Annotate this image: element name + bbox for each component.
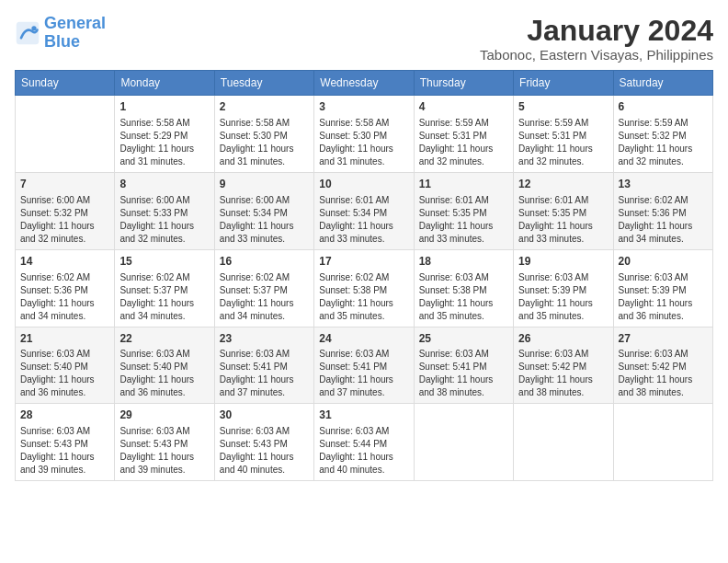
title-block: January 2024 Tabonoc, Eastern Visayas, P… (480, 15, 713, 63)
calendar-cell: 3Sunrise: 5:58 AM Sunset: 5:30 PM Daylig… (314, 96, 414, 173)
calendar-cell: 29Sunrise: 6:03 AM Sunset: 5:43 PM Dayli… (115, 404, 214, 481)
calendar-cell: 22Sunrise: 6:03 AM Sunset: 5:40 PM Dayli… (115, 327, 214, 404)
calendar-cell: 21Sunrise: 6:03 AM Sunset: 5:40 PM Dayli… (16, 327, 115, 404)
day-number: 26 (518, 331, 608, 347)
calendar-cell: 4Sunrise: 5:59 AM Sunset: 5:31 PM Daylig… (414, 96, 513, 173)
calendar-cell: 17Sunrise: 6:02 AM Sunset: 5:38 PM Dayli… (314, 249, 414, 327)
calendar-cell: 15Sunrise: 6:02 AM Sunset: 5:37 PM Dayli… (115, 249, 214, 327)
calendar-cell (514, 404, 613, 481)
calendar-week-row: 7Sunrise: 6:00 AM Sunset: 5:32 PM Daylig… (16, 172, 713, 249)
day-info: Sunrise: 5:58 AM Sunset: 5:30 PM Dayligh… (319, 117, 408, 168)
calendar-cell: 20Sunrise: 6:03 AM Sunset: 5:39 PM Dayli… (613, 249, 712, 327)
day-info: Sunrise: 6:03 AM Sunset: 5:40 PM Dayligh… (119, 348, 209, 399)
day-info: Sunrise: 6:02 AM Sunset: 5:37 PM Dayligh… (220, 271, 309, 323)
day-number: 19 (518, 254, 608, 270)
day-number: 17 (319, 254, 408, 270)
calendar-table: SundayMondayTuesdayWednesdayThursdayFrid… (15, 70, 713, 481)
day-info: Sunrise: 6:03 AM Sunset: 5:42 PM Dayligh… (518, 348, 608, 399)
header-cell-tuesday: Tuesday (214, 71, 313, 96)
calendar-cell: 24Sunrise: 6:03 AM Sunset: 5:41 PM Dayli… (314, 327, 414, 404)
calendar-cell: 8Sunrise: 6:00 AM Sunset: 5:33 PM Daylig… (115, 172, 214, 249)
day-info: Sunrise: 6:01 AM Sunset: 5:35 PM Dayligh… (518, 194, 608, 246)
logo-text: General Blue (44, 15, 106, 52)
day-number: 10 (319, 177, 408, 192)
page-header: General Blue January 2024 Tabonoc, Easte… (15, 15, 713, 63)
day-number: 7 (20, 177, 109, 192)
calendar-cell: 13Sunrise: 6:02 AM Sunset: 5:36 PM Dayli… (613, 172, 712, 249)
day-number: 2 (220, 99, 309, 115)
day-number: 20 (619, 254, 708, 270)
day-info: Sunrise: 6:03 AM Sunset: 5:41 PM Dayligh… (220, 348, 309, 399)
day-info: Sunrise: 6:01 AM Sunset: 5:35 PM Dayligh… (419, 194, 508, 246)
day-number: 8 (119, 177, 209, 192)
calendar-cell: 26Sunrise: 6:03 AM Sunset: 5:42 PM Dayli… (514, 327, 613, 404)
calendar-header-row: SundayMondayTuesdayWednesdayThursdayFrid… (16, 71, 713, 96)
calendar-cell: 28Sunrise: 6:03 AM Sunset: 5:43 PM Dayli… (16, 404, 115, 481)
day-number: 25 (419, 331, 508, 347)
logo: General Blue (15, 15, 106, 52)
calendar-week-row: 1Sunrise: 5:58 AM Sunset: 5:29 PM Daylig… (16, 96, 713, 173)
day-number: 1 (119, 99, 209, 115)
calendar-week-row: 14Sunrise: 6:02 AM Sunset: 5:36 PM Dayli… (16, 249, 713, 327)
day-info: Sunrise: 6:03 AM Sunset: 5:41 PM Dayligh… (419, 348, 508, 399)
day-info: Sunrise: 6:03 AM Sunset: 5:38 PM Dayligh… (419, 271, 508, 323)
day-info: Sunrise: 6:02 AM Sunset: 5:37 PM Dayligh… (119, 271, 209, 323)
day-info: Sunrise: 6:03 AM Sunset: 5:43 PM Dayligh… (220, 425, 309, 477)
calendar-cell: 1Sunrise: 5:58 AM Sunset: 5:29 PM Daylig… (115, 96, 214, 173)
day-number: 31 (319, 408, 408, 423)
calendar-cell: 10Sunrise: 6:01 AM Sunset: 5:34 PM Dayli… (314, 172, 414, 249)
day-number: 24 (319, 331, 408, 347)
day-number: 18 (419, 254, 508, 270)
header-cell-thursday: Thursday (414, 71, 513, 96)
calendar-cell: 5Sunrise: 5:59 AM Sunset: 5:31 PM Daylig… (514, 96, 613, 173)
calendar-cell: 16Sunrise: 6:02 AM Sunset: 5:37 PM Dayli… (214, 249, 313, 327)
day-number: 22 (119, 331, 209, 347)
day-number: 4 (419, 99, 508, 115)
calendar-cell: 12Sunrise: 6:01 AM Sunset: 5:35 PM Dayli… (514, 172, 613, 249)
calendar-week-row: 21Sunrise: 6:03 AM Sunset: 5:40 PM Dayli… (16, 327, 713, 404)
header-cell-friday: Friday (514, 71, 613, 96)
day-info: Sunrise: 6:00 AM Sunset: 5:33 PM Dayligh… (119, 194, 209, 246)
day-number: 14 (20, 254, 109, 270)
day-number: 3 (319, 99, 408, 115)
logo-blue: Blue (44, 32, 80, 51)
calendar-cell: 31Sunrise: 6:03 AM Sunset: 5:44 PM Dayli… (314, 404, 414, 481)
day-info: Sunrise: 6:02 AM Sunset: 5:38 PM Dayligh… (319, 271, 408, 323)
day-info: Sunrise: 5:58 AM Sunset: 5:30 PM Dayligh… (220, 117, 309, 168)
day-number: 11 (419, 177, 508, 192)
day-number: 15 (119, 254, 209, 270)
day-info: Sunrise: 5:59 AM Sunset: 5:31 PM Dayligh… (419, 117, 508, 168)
day-info: Sunrise: 5:58 AM Sunset: 5:29 PM Dayligh… (119, 117, 209, 168)
day-number: 28 (20, 408, 109, 423)
day-info: Sunrise: 6:02 AM Sunset: 5:36 PM Dayligh… (20, 271, 109, 323)
day-number: 9 (220, 177, 309, 192)
day-number: 13 (619, 177, 708, 192)
calendar-cell: 7Sunrise: 6:00 AM Sunset: 5:32 PM Daylig… (16, 172, 115, 249)
svg-point-1 (31, 26, 36, 30)
day-number: 12 (518, 177, 608, 192)
header-cell-wednesday: Wednesday (314, 71, 414, 96)
day-info: Sunrise: 6:00 AM Sunset: 5:32 PM Dayligh… (20, 194, 109, 246)
day-info: Sunrise: 6:03 AM Sunset: 5:42 PM Dayligh… (619, 348, 708, 399)
calendar-cell: 18Sunrise: 6:03 AM Sunset: 5:38 PM Dayli… (414, 249, 513, 327)
calendar-cell: 30Sunrise: 6:03 AM Sunset: 5:43 PM Dayli… (214, 404, 313, 481)
calendar-cell: 9Sunrise: 6:00 AM Sunset: 5:34 PM Daylig… (214, 172, 313, 249)
calendar-cell: 11Sunrise: 6:01 AM Sunset: 5:35 PM Dayli… (414, 172, 513, 249)
day-info: Sunrise: 6:03 AM Sunset: 5:39 PM Dayligh… (619, 271, 708, 323)
calendar-cell: 14Sunrise: 6:02 AM Sunset: 5:36 PM Dayli… (16, 249, 115, 327)
day-info: Sunrise: 6:03 AM Sunset: 5:39 PM Dayligh… (518, 271, 608, 323)
day-number: 16 (220, 254, 309, 270)
day-info: Sunrise: 6:01 AM Sunset: 5:34 PM Dayligh… (319, 194, 408, 246)
calendar-week-row: 28Sunrise: 6:03 AM Sunset: 5:43 PM Dayli… (16, 404, 713, 481)
day-info: Sunrise: 6:03 AM Sunset: 5:44 PM Dayligh… (319, 425, 408, 477)
day-info: Sunrise: 6:03 AM Sunset: 5:43 PM Dayligh… (20, 425, 109, 477)
header-cell-sunday: Sunday (16, 71, 115, 96)
main-title: January 2024 (480, 15, 713, 47)
day-number: 23 (220, 331, 309, 347)
calendar-cell: 25Sunrise: 6:03 AM Sunset: 5:41 PM Dayli… (414, 327, 513, 404)
day-info: Sunrise: 6:03 AM Sunset: 5:43 PM Dayligh… (119, 425, 209, 477)
calendar-cell: 2Sunrise: 5:58 AM Sunset: 5:30 PM Daylig… (214, 96, 313, 173)
day-info: Sunrise: 6:03 AM Sunset: 5:41 PM Dayligh… (319, 348, 408, 399)
day-info: Sunrise: 6:02 AM Sunset: 5:36 PM Dayligh… (619, 194, 708, 246)
day-info: Sunrise: 6:00 AM Sunset: 5:34 PM Dayligh… (220, 194, 309, 246)
